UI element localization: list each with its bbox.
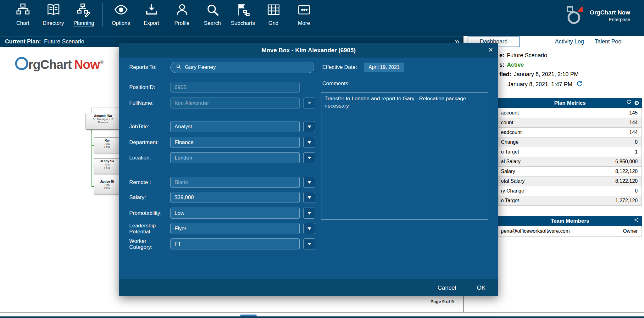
plan-status-label: s:	[499, 62, 504, 68]
metric-row: ry Change0	[498, 186, 642, 196]
chevron-down-icon	[308, 181, 311, 184]
chevron-down-icon	[308, 227, 311, 230]
department-label: Department:	[129, 137, 170, 148]
member-role: Owner	[623, 228, 641, 234]
worker-category-field[interactable]: FT	[170, 238, 300, 249]
plan-metrics-panel: Plan Metrics ⚙ adcount145 count144 eadco…	[498, 98, 642, 206]
ok-button[interactable]: OK	[477, 284, 486, 291]
full-name-dropdown	[303, 98, 315, 109]
toolbar-item-chart[interactable]: Chart	[8, 0, 38, 35]
logo-text-red: Now	[74, 58, 99, 72]
team-members-header: Team Members	[498, 216, 642, 226]
promotability-label: Promotability:	[129, 208, 170, 219]
full-name-label: FullName:	[129, 98, 170, 109]
team-members-panel: Team Members pena@officeworksoftware.com…	[498, 216, 642, 237]
org-node-amanda[interactable]: Amanda Wa Sr. Manager, US Finance	[86, 113, 120, 130]
plan-status-line: s: Active	[499, 62, 524, 68]
toolbar-item-search[interactable]: Search	[197, 0, 228, 35]
toolbar-item-directory[interactable]: Directory	[38, 0, 69, 35]
metric-row: adcount145	[498, 108, 642, 118]
toolbar-item-subcharts[interactable]: Subcharts	[228, 0, 258, 35]
brand-title: OrgChart Now	[590, 9, 630, 16]
metric-row: o Target1	[498, 147, 642, 157]
reports-to-value: Gary Feeney	[185, 64, 216, 70]
toolbar-label: Planning	[73, 20, 94, 26]
orgchart-now-logo: rgChartNow®	[15, 56, 103, 72]
refresh-plan-icon[interactable]	[572, 80, 583, 89]
metric-row: eadcount144	[498, 128, 642, 137]
toolbar-label: Options	[112, 20, 130, 26]
leadership-potential-field[interactable]: Flyer	[170, 223, 300, 234]
team-member-row: pena@officeworksoftware.com Owner	[498, 226, 642, 237]
salary-field[interactable]: $39,000	[170, 192, 300, 203]
comments-label: Comments:	[322, 81, 350, 87]
tab-activity-log[interactable]: Activity Log	[555, 38, 584, 45]
chevron-down-icon	[308, 196, 311, 199]
chevron-down-icon	[308, 102, 311, 104]
brand-glyph-icon	[563, 4, 586, 28]
toolbar-item-planning[interactable]: Planning	[69, 0, 99, 35]
effective-date-input[interactable]: April 19, 2021	[364, 63, 404, 72]
location-label: Location:	[129, 152, 170, 163]
toolbar-item-more[interactable]: More	[289, 0, 319, 35]
dialog-footer: Cancel OK	[119, 279, 498, 296]
metrics-gear-icon[interactable]: ⚙	[634, 100, 639, 106]
brand-subtitle: Enterprise	[590, 16, 630, 23]
location-field[interactable]: London	[170, 152, 300, 163]
job-title-dropdown[interactable]	[303, 121, 315, 132]
chevron-down-icon	[308, 141, 311, 144]
position-id-field: 6905	[170, 82, 300, 93]
toolbar-label: Search	[204, 20, 221, 26]
team-share-icon[interactable]	[634, 216, 639, 226]
metric-row: o Target1,272,120	[498, 196, 642, 206]
comments-textarea[interactable]: Transfer to London and report to Gary - …	[321, 92, 488, 220]
bottom-bar	[0, 316, 644, 318]
toolbar-separator	[102, 3, 103, 27]
move-box-dialog: Move Box - Kim Alexander (6905) × Report…	[119, 43, 498, 296]
org-node-rui[interactable]: Rui Ana Fina	[94, 137, 120, 153]
salary-dropdown[interactable]	[303, 192, 315, 203]
location-dropdown[interactable]	[303, 152, 315, 163]
org-node-janice[interactable]: Janice Ri Ana Fina	[94, 179, 120, 194]
org-node-jenny[interactable]: Jenny Sa Ana Fina	[94, 158, 120, 174]
job-title-field[interactable]: Analyst	[170, 121, 300, 132]
search-magnifier-icon	[205, 3, 220, 18]
toolbar-label: Grid	[268, 20, 278, 26]
logo-o-ring	[15, 57, 28, 70]
department-dropdown[interactable]	[303, 137, 315, 148]
worker-category-dropdown[interactable]	[303, 238, 315, 249]
toolbar-item-profile[interactable]: Profile	[167, 0, 197, 35]
effective-date-label: Effective Date:	[322, 63, 357, 72]
chevron-down-icon	[308, 243, 311, 245]
profile-person-icon	[175, 3, 189, 18]
close-icon[interactable]: ×	[488, 43, 493, 58]
subcharts-flag-icon	[236, 3, 250, 18]
org-chart-icon	[16, 3, 30, 18]
leadership-potential-dropdown[interactable]	[303, 223, 315, 234]
toolbar-item-export[interactable]: Export	[136, 0, 167, 35]
reports-to-input[interactable]: Gary Feeney	[170, 62, 314, 73]
toolbar-item-grid[interactable]: Grid	[258, 0, 289, 35]
toolbar-item-options[interactable]: Options	[106, 0, 136, 35]
remote-field[interactable]: Blank	[170, 177, 300, 188]
metric-row: Change0	[498, 137, 642, 147]
cancel-button[interactable]: Cancel	[437, 284, 456, 291]
tab-talent-pool[interactable]: Talent Pool	[595, 38, 623, 45]
logo-registered-mark: ®	[100, 60, 103, 65]
connector-line	[92, 129, 92, 187]
dialog-title: Move Box - Kim Alexander (6905)	[119, 43, 498, 58]
chevron-down-icon	[308, 212, 311, 215]
refreshed-value: January 8, 2021, 1:47 PM	[508, 81, 572, 88]
department-field[interactable]: Finance	[170, 137, 300, 148]
metrics-refresh-icon[interactable]	[626, 98, 632, 108]
options-eye-icon	[114, 3, 128, 18]
member-email: pena@officeworksoftware.com	[498, 228, 570, 234]
remote-dropdown[interactable]	[303, 177, 315, 188]
chevron-down-icon	[308, 157, 311, 159]
promotability-field[interactable]: Low	[170, 208, 300, 219]
promotability-dropdown[interactable]	[303, 208, 315, 219]
page-indicator: Page 9 of 9	[430, 299, 454, 304]
position-id-label: PositionID:	[129, 82, 170, 93]
plan-name-value: Future Scenario	[507, 52, 547, 59]
salary-label: Salary:	[129, 192, 170, 203]
